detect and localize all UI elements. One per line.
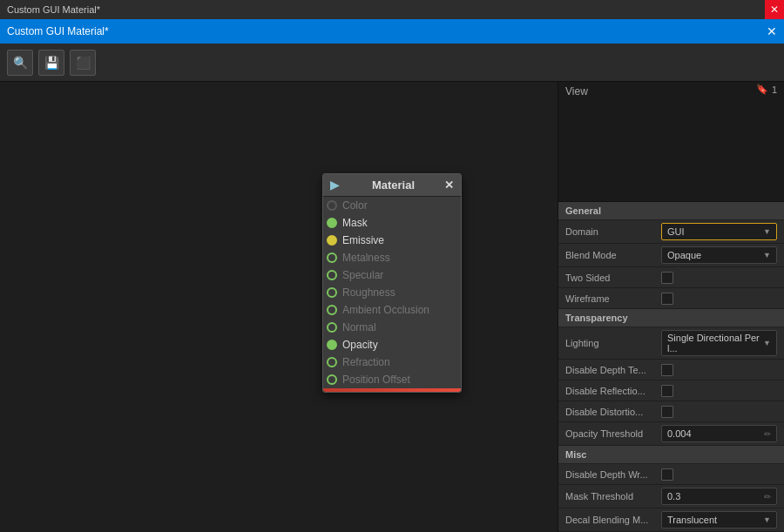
material-pins-container: ColorMaskEmissiveMetalnessSpecularRoughn… xyxy=(323,197,461,388)
property-row: Disable Depth Te... xyxy=(558,360,784,380)
dropdown-value: Single Directional Per l... xyxy=(667,333,763,354)
property-label: Decal Blending M... xyxy=(565,515,661,525)
pin-label: Ambient Occlusion xyxy=(342,304,429,316)
bookmark-icon: 🔖 xyxy=(756,84,768,95)
pin-indicator xyxy=(327,218,337,228)
property-row: Blend ModeOpaque▼ xyxy=(558,244,784,267)
pin-indicator xyxy=(327,235,337,246)
search-button[interactable]: 🔍 xyxy=(7,50,33,76)
property-label: Domain xyxy=(565,226,661,237)
property-row: Two Sided xyxy=(558,267,784,288)
chevron-down-icon: ▼ xyxy=(763,515,771,524)
edit-icon: ✏ xyxy=(764,429,771,439)
material-pin-row[interactable]: Opacity xyxy=(323,336,461,354)
app-title: Custom GUI Material* xyxy=(7,25,109,37)
search-icon: 🔍 xyxy=(13,56,28,70)
material-pin-row[interactable]: Position Offset xyxy=(323,371,461,388)
edit-icon: ✏ xyxy=(764,492,771,502)
chevron-down-icon: ▼ xyxy=(763,339,771,347)
pin-label: Emissive xyxy=(342,234,384,246)
property-label: Opacity Threshold xyxy=(565,428,661,439)
property-label: Disable Depth Te... xyxy=(565,365,661,375)
dropdown-value: Opaque xyxy=(667,250,701,260)
pin-label: Color xyxy=(342,199,368,212)
material-node-header: ▶ Material ✕ xyxy=(323,174,461,197)
property-dropdown[interactable]: Translucent▼ xyxy=(661,511,777,529)
pin-indicator xyxy=(327,340,337,350)
material-pin-row[interactable]: Ambient Occlusion xyxy=(323,301,461,319)
material-pin-row[interactable]: Refraction xyxy=(323,354,461,371)
node-arrow-icon: ▶ xyxy=(330,178,339,192)
property-checkbox[interactable] xyxy=(661,385,673,397)
property-label: Two Sided xyxy=(565,273,661,283)
pin-indicator xyxy=(327,357,337,367)
property-row: LightingSingle Directional Per l...▼ xyxy=(558,327,784,360)
property-dropdown[interactable]: Single Directional Per l...▼ xyxy=(661,330,777,356)
material-node-close-button[interactable]: ✕ xyxy=(444,178,454,192)
property-label: Disable Reflectio... xyxy=(565,386,661,396)
view-label: View xyxy=(565,85,588,98)
pin-label: Refraction xyxy=(342,356,390,368)
section-header: Misc xyxy=(558,446,784,464)
material-pin-row[interactable]: Normal xyxy=(323,319,461,336)
property-dropdown[interactable]: GUI▼ xyxy=(661,223,777,240)
property-checkbox[interactable] xyxy=(661,468,673,481)
pin-label: Roughness xyxy=(342,286,395,299)
pin-label: Metalness xyxy=(342,252,390,264)
section-header: Transparency xyxy=(558,309,784,327)
pin-label: Mask xyxy=(342,217,368,229)
property-row: Disable Depth Wr... xyxy=(558,464,784,485)
node-editor[interactable]: ▶ Material ✕ ColorMaskEmissiveMetalnessS… xyxy=(0,82,558,532)
property-checkbox[interactable] xyxy=(661,293,673,305)
property-checkbox[interactable] xyxy=(661,272,673,284)
app-title-bar: Custom GUI Material* ✕ xyxy=(0,19,784,44)
property-row: Opacity Threshold0.004✏ xyxy=(558,422,784,446)
pin-indicator xyxy=(327,322,337,333)
property-number-input[interactable]: 0.3✏ xyxy=(661,488,777,505)
material-node: ▶ Material ✕ ColorMaskEmissiveMetalnessS… xyxy=(322,173,462,393)
export-button[interactable]: ⬛ xyxy=(70,50,96,76)
view-section: View 🔖 1 xyxy=(558,82,784,202)
os-title: Custom GUI Material* xyxy=(7,4,100,15)
material-pin-row[interactable]: Emissive xyxy=(323,232,461,249)
pin-indicator xyxy=(327,200,337,211)
material-pin-row[interactable]: Mask xyxy=(323,214,461,232)
property-label: Wireframe xyxy=(565,293,661,304)
view-icon-button[interactable]: 🔖 1 xyxy=(756,84,777,95)
pin-indicator xyxy=(327,270,337,280)
pin-label: Position Offset xyxy=(342,374,410,386)
view-count: 1 xyxy=(772,84,777,95)
pin-indicator xyxy=(327,305,337,315)
material-pin-row[interactable]: Specular xyxy=(323,266,461,284)
property-checkbox[interactable] xyxy=(661,406,673,418)
chevron-down-icon: ▼ xyxy=(763,227,771,236)
pin-label: Opacity xyxy=(342,339,378,351)
property-row: Decal Blending M...Translucent▼ xyxy=(558,508,784,532)
property-number-input[interactable]: 0.004✏ xyxy=(661,425,777,442)
node-bottom-bar xyxy=(323,388,461,392)
export-icon: ⬛ xyxy=(76,56,91,70)
os-close-button[interactable]: ✕ xyxy=(765,0,784,19)
material-pin-row[interactable]: Color xyxy=(323,197,461,214)
chevron-down-icon: ▼ xyxy=(763,251,771,259)
toolbar: 🔍 💾 ⬛ xyxy=(0,44,784,82)
property-dropdown[interactable]: Opaque▼ xyxy=(661,246,777,264)
save-button[interactable]: 💾 xyxy=(38,50,64,76)
property-row: Disable Distortio... xyxy=(558,401,784,422)
material-pin-row[interactable]: Roughness xyxy=(323,284,461,301)
property-label: Disable Distortio... xyxy=(565,407,661,417)
property-label: Mask Threshold xyxy=(565,491,661,502)
pin-indicator xyxy=(327,253,337,263)
app-close-button[interactable]: ✕ xyxy=(760,19,784,44)
save-icon: 💾 xyxy=(44,56,59,70)
props-section: GeneralDomainGUI▼Blend ModeOpaque▼Two Si… xyxy=(558,202,784,532)
property-label: Blend Mode xyxy=(565,250,661,260)
pin-label: Normal xyxy=(342,321,376,333)
property-checkbox[interactable] xyxy=(661,364,673,376)
dropdown-value: Translucent xyxy=(667,515,717,525)
main-content: ▶ Material ✕ ColorMaskEmissiveMetalnessS… xyxy=(0,82,784,532)
material-pin-row[interactable]: Metalness xyxy=(323,249,461,266)
property-row: Disable Reflectio... xyxy=(558,380,784,401)
material-node-title: Material xyxy=(372,178,415,192)
section-header: General xyxy=(558,202,784,220)
